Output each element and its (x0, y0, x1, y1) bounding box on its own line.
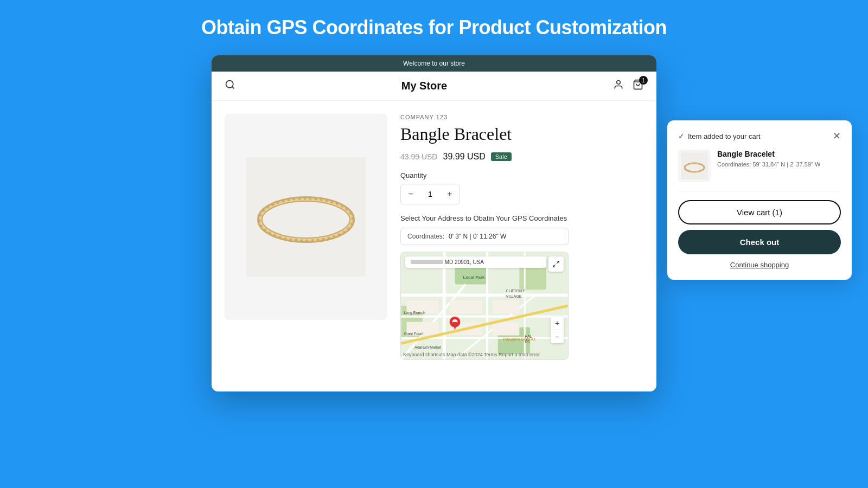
product-area: COMPANY 123 Bangle Bracelet 43.99 USD 39… (212, 101, 656, 373)
quantity-label: Quantity (400, 171, 643, 179)
svg-line-41 (553, 265, 556, 267)
checkout-button[interactable]: Check out (678, 230, 841, 254)
map-zoom-out-button[interactable]: − (551, 330, 564, 343)
svg-line-40 (557, 261, 559, 264)
cart-badge: 1 (639, 76, 648, 85)
quantity-value: 1 (420, 190, 440, 198)
svg-text:Pupuseria Doña Az: Pupuseria Doña Az (503, 338, 536, 342)
price-sale: 39.99 USD (443, 152, 485, 162)
svg-rect-26 (493, 322, 520, 336)
cart-item-coords: Coordinates: 59' 31.84" N | 2' 37.59" W (717, 160, 841, 169)
svg-text:VILLAGE: VILLAGE (506, 295, 522, 299)
quantity-control: − 1 + (400, 184, 460, 204)
coordinates-label: Coordinates: (407, 233, 444, 240)
svg-point-2 (617, 81, 621, 85)
product-details: COMPANY 123 Bangle Bracelet 43.99 USD 39… (400, 114, 643, 360)
product-image (225, 114, 387, 320)
topbar-message: Welcome to our store (403, 60, 465, 67)
browser-window: Welcome to our store My Store (212, 55, 656, 391)
search-icon[interactable] (225, 79, 235, 93)
cart-item-info: Bangle Bracelet Coordinates: 59' 31.84" … (717, 150, 841, 182)
sale-badge: Sale (491, 152, 512, 161)
cart-added-message: ✓ Item added to your cart (678, 132, 761, 140)
quantity-increase-button[interactable]: + (440, 184, 459, 204)
svg-point-0 (226, 81, 233, 88)
quantity-decrease-button[interactable]: − (401, 184, 420, 204)
svg-text:CLIFTON P.: CLIFTON P. (506, 290, 526, 293)
coordinates-row: Coordinates: 0' 3" N | 0' 11.26" W (400, 228, 569, 245)
cart-item-name: Bangle Bracelet (717, 150, 841, 158)
svg-text:Local Park: Local Park (463, 275, 485, 280)
close-popup-button[interactable]: ✕ (833, 131, 841, 141)
continue-shopping-link[interactable]: Continue shopping (678, 261, 841, 269)
product-name: Bangle Bracelet (400, 124, 643, 144)
map-zoom-controls: + − (551, 317, 564, 343)
price-row: 43.99 USD 39.99 USD Sale (400, 152, 643, 162)
cart-item-thumbnail (678, 150, 711, 182)
map-footer: Keyboard shortcuts Map data ©2024 Terms … (403, 352, 540, 357)
check-icon: ✓ (678, 132, 685, 140)
company-name: COMPANY 123 (400, 114, 643, 120)
svg-text:Giant Food: Giant Food (404, 332, 423, 336)
map-address-bar: MD 20901, USA (405, 256, 546, 268)
price-original: 43.99 USD (400, 152, 437, 161)
user-icon[interactable] (613, 79, 624, 93)
view-cart-button[interactable]: View cart (1) (678, 200, 841, 224)
svg-text:Adarash Market: Adarash Market (414, 346, 441, 350)
page-title: Obtain GPS Coordinates for Product Custo… (201, 16, 667, 39)
nav-icons: 1 (613, 79, 643, 93)
cart-popup-header: ✓ Item added to your cart ✕ (678, 131, 841, 141)
svg-rect-4 (246, 157, 366, 277)
cart-item: Bangle Bracelet Coordinates: 59' 31.84" … (678, 150, 841, 191)
map-container[interactable]: Local Park Long Branch Giant Food CLIFTO… (400, 252, 569, 360)
svg-line-1 (232, 87, 234, 89)
store-navbar: My Store 1 (212, 72, 656, 101)
store-logo: My Store (401, 80, 447, 92)
cart-icon[interactable]: 1 (633, 79, 643, 93)
svg-rect-22 (450, 300, 482, 314)
coordinates-value: 0' 3" N | 0' 11.26" W (449, 233, 506, 240)
svg-rect-23 (493, 300, 520, 314)
map-zoom-in-button[interactable]: + (551, 317, 564, 330)
map-address: MD 20901, USA (445, 259, 484, 265)
map-expand-button[interactable] (548, 256, 564, 272)
store-topbar: Welcome to our store (212, 55, 656, 72)
address-label: Select Your Address to Obatin Your GPS C… (400, 214, 643, 222)
cart-popup: ✓ Item added to your cart ✕ Bangle Brace… (667, 120, 852, 280)
svg-text:Long Branch: Long Branch (404, 311, 425, 315)
